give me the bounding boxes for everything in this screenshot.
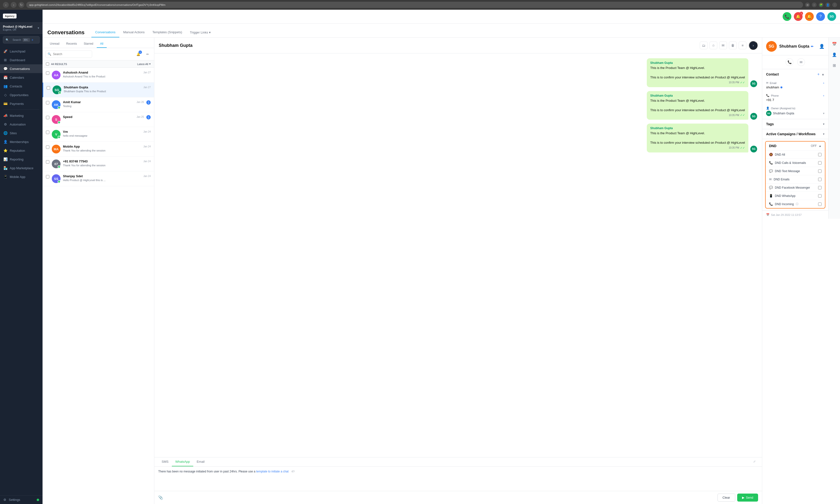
conv-checkbox[interactable] — [46, 71, 49, 75]
sidebar-item-reputation[interactable]: ⭐ Reputation — [0, 146, 42, 155]
conv-list-meta: 44 RESULTS Latest-All ▾ — [42, 60, 154, 68]
tab-conversations[interactable]: Conversations — [91, 28, 119, 37]
filter-tab-unread[interactable]: Unread — [47, 40, 63, 48]
filter-tab-recents[interactable]: Recents — [63, 40, 80, 48]
sidebar-settings[interactable]: ⚙ Settings — [0, 495, 42, 504]
nav-back-button[interactable]: ‹ — [3, 2, 9, 8]
dnd-header[interactable]: DND OFF ▲ — [766, 142, 825, 150]
select-all-checkbox[interactable] — [46, 62, 49, 66]
dnd-title: DND — [769, 144, 776, 148]
contact-section-header[interactable]: Contact + ▲ — [762, 69, 828, 79]
filter-button[interactable]: ≡ — [739, 41, 747, 49]
clear-button[interactable]: Clear — [718, 493, 735, 502]
sidebar-item-launchpad[interactable]: 🚀 Launchpad — [0, 47, 42, 56]
phone-add-icon[interactable]: + — [823, 94, 824, 97]
sort-chevron-icon: ▾ — [149, 62, 151, 66]
sidebar-item-dashboard[interactable]: ⊞ Dashboard — [0, 56, 42, 64]
conv-checkbox[interactable] — [46, 101, 49, 104]
user-avatar-button[interactable]: SG — [827, 12, 836, 21]
grid-view-icon[interactable]: ⊞ — [830, 61, 838, 69]
conv-item[interactable]: 07 ✓ +91 83748 77543 Jan 24 Thank You fo… — [42, 157, 154, 172]
dnd-whatsapp-checkbox[interactable] — [818, 194, 822, 198]
conv-checkbox[interactable] — [46, 175, 49, 178]
sidebar-item-sites[interactable]: 🌐 Sites — [0, 129, 42, 138]
tab-trigger-links[interactable]: Trigger Links ▾ — [186, 28, 215, 37]
conv-checkbox[interactable] — [46, 116, 49, 119]
dnd-incoming-checkbox[interactable] — [818, 202, 822, 206]
conv-item[interactable]: SS ✓ Shanjay Sdet Jan 24 Hello Product @… — [42, 172, 154, 186]
message-check-icon: ✓✓ — [740, 81, 745, 84]
attachment-button[interactable]: 📎 — [158, 495, 163, 500]
expand-chat-button[interactable]: › — [749, 41, 758, 50]
send-button[interactable]: ▶ Send — [737, 493, 758, 502]
browser-url-input[interactable] — [26, 2, 803, 8]
conv-checkbox[interactable] — [46, 131, 49, 134]
conv-avatar: V ✓ — [52, 130, 61, 139]
sidebar-add-icon[interactable]: + — [31, 38, 37, 42]
sidebar-search[interactable]: 🔍 Search ⌘K + — [3, 36, 40, 43]
dnd-calls-checkbox[interactable] — [818, 161, 822, 165]
email-button[interactable]: ✉ — [719, 41, 727, 49]
nav-refresh-button[interactable]: ↻ — [18, 2, 24, 8]
sidebar-item-marketing[interactable]: 📣 Marketing — [0, 111, 42, 120]
dnd-info-icon[interactable]: ⓘ — [796, 202, 799, 206]
conv-search-input[interactable] — [46, 51, 92, 58]
sidebar-item-automation[interactable]: ⚙ Automation — [0, 120, 42, 129]
conv-checkbox[interactable] — [47, 86, 50, 90]
filter-tab-starred[interactable]: Starred — [80, 40, 97, 48]
template-link[interactable]: template to initiate a chat — [256, 470, 289, 473]
calendar-view-icon[interactable]: 📅 — [830, 40, 838, 48]
sidebar-item-app-marketplace[interactable]: 🏪 App Marketplace — [0, 164, 42, 173]
sort-selector[interactable]: Latest-All ▾ — [137, 62, 151, 66]
phone-button[interactable]: 📞 — [783, 12, 791, 21]
sidebar-item-conversations[interactable]: 💬 Conversations — [0, 64, 42, 73]
help-button[interactable]: ? — [816, 12, 825, 21]
expand-compose-icon[interactable]: ⤢ — [751, 457, 758, 466]
contact-detail-icon[interactable]: 👤 — [830, 51, 838, 58]
star-button[interactable]: ☆ — [709, 41, 717, 49]
checkbox-all[interactable]: 44 RESULTS — [46, 62, 67, 66]
sidebar-item-calendars[interactable]: 📅 Calendars — [0, 73, 42, 82]
dnd-all-checkbox[interactable] — [818, 153, 822, 156]
sidebar-item-memberships[interactable]: 👤 Memberships — [0, 138, 42, 146]
conv-item[interactable]: SG ✓ Shubham Gupta Jan 27 Shubham Gupta … — [42, 83, 154, 97]
email-add-icon[interactable]: + — [823, 82, 824, 85]
dnd-status: OFF — [811, 144, 817, 148]
sidebar-item-contacts[interactable]: 👥 Contacts — [0, 82, 42, 91]
compose-tab-whatsapp[interactable]: WhatsApp — [172, 457, 193, 466]
conv-item[interactable]: AA Ashutosh Anand Jan 27 Ashutosh Anand … — [42, 68, 154, 83]
folder-button[interactable]: 🗂 — [700, 41, 707, 49]
conv-item[interactable]: AK ✓ Amit Kumar Jan 26 Testing 1 — [42, 97, 154, 112]
conv-checkbox[interactable] — [46, 145, 49, 149]
alert-button[interactable]: 🔔 — [805, 12, 814, 21]
sidebar-item-payments[interactable]: 💳 Payments — [0, 99, 42, 108]
conv-item[interactable]: S ✓ Speed Jan 25 1 — [42, 112, 154, 127]
email-icon-btn[interactable]: ✉ — [797, 58, 805, 66]
sidebar-item-mobile-app[interactable]: 📱 Mobile App — [0, 173, 42, 181]
tags-section-header[interactable]: Tags ▾ — [762, 119, 828, 129]
filter-tab-all[interactable]: All — [97, 40, 107, 48]
nav-forward-button[interactable]: › — [11, 2, 17, 8]
compose-icon-btn[interactable]: ✏ — [144, 51, 151, 58]
compose-tab-sms[interactable]: SMS — [158, 457, 172, 466]
dnd-emails-checkbox[interactable] — [818, 178, 822, 181]
dnd-facebook-checkbox[interactable] — [818, 186, 822, 190]
notification-bell-button[interactable]: 🔔 1 — [794, 12, 803, 21]
sidebar-item-reporting[interactable]: 📊 Reporting — [0, 155, 42, 164]
delete-button[interactable]: 🗑 — [729, 41, 737, 49]
conv-item[interactable]: MA Mobile App Jan 24 Thank You for atten… — [42, 142, 154, 157]
contact-profile-button[interactable]: 👤 — [819, 44, 824, 49]
compose-tab-email[interactable]: Email — [193, 457, 208, 466]
contact-add-icon[interactable]: + — [818, 72, 820, 76]
tab-templates[interactable]: Templates (Snippets) — [149, 28, 186, 37]
call-icon-btn[interactable]: 📞 — [786, 58, 793, 66]
edit-contact-icon[interactable]: ✏ — [811, 45, 813, 48]
tab-manual-actions[interactable]: Manual Actions — [119, 28, 149, 37]
conv-item[interactable]: V ✓ Vm Jan 24 hello end messagew — [42, 127, 154, 142]
sidebar-item-opportunities[interactable]: ◇ Opportunities — [0, 91, 42, 99]
notification-icon-btn[interactable]: 🔔 1 — [135, 51, 142, 58]
dnd-text-checkbox[interactable] — [818, 169, 822, 173]
sidebar-account[interactable]: Product @ HighLevel Eugene, OR ▼ — [0, 22, 42, 34]
conv-checkbox[interactable] — [46, 160, 49, 164]
campaigns-section-header[interactable]: Active Campaigns / Workflows ▾ — [762, 129, 828, 139]
